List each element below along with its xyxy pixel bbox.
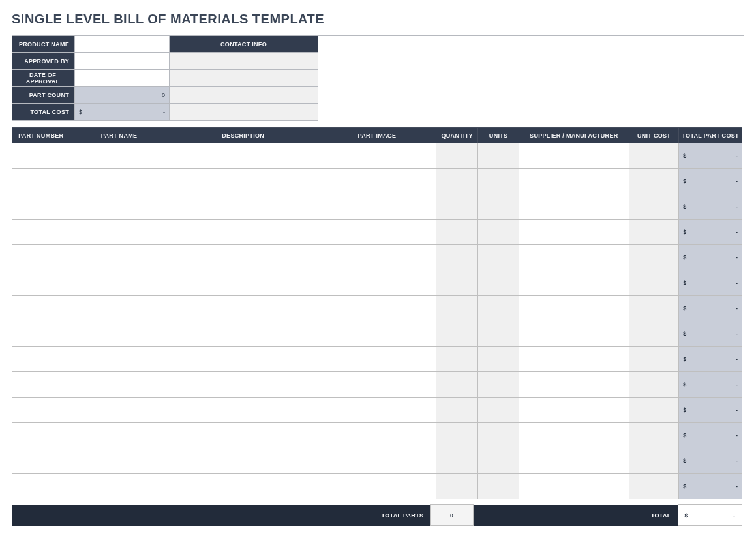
cell-quantity[interactable] [436, 321, 478, 347]
cell-supplier[interactable] [519, 169, 629, 194]
cell-supplier[interactable] [519, 423, 629, 448]
cell-part-name[interactable] [70, 143, 168, 169]
cell-units[interactable] [478, 398, 519, 423]
cell-supplier[interactable] [519, 474, 629, 499]
cell-quantity[interactable] [436, 296, 478, 321]
cell-part-number[interactable] [12, 423, 70, 448]
cell-part-number[interactable] [12, 398, 70, 423]
cell-quantity[interactable] [436, 220, 478, 245]
cell-units[interactable] [478, 296, 519, 321]
cell-supplier[interactable] [519, 347, 629, 372]
cell-part-number[interactable] [12, 296, 70, 321]
cell-units[interactable] [478, 143, 519, 169]
cell-quantity[interactable] [436, 245, 478, 270]
cell-part-name[interactable] [70, 194, 168, 220]
cell-part-name[interactable] [70, 347, 168, 372]
cell-supplier[interactable] [519, 372, 629, 398]
cell-part-image[interactable] [318, 169, 436, 194]
cell-part-name[interactable] [70, 474, 168, 499]
contact-total[interactable] [170, 104, 318, 121]
cell-description[interactable] [168, 347, 318, 372]
cell-part-number[interactable] [12, 194, 70, 220]
cell-unit-cost[interactable] [629, 296, 678, 321]
cell-description[interactable] [168, 169, 318, 194]
cell-quantity[interactable] [436, 169, 478, 194]
cell-units[interactable] [478, 169, 519, 194]
cell-unit-cost[interactable] [629, 321, 678, 347]
cell-description[interactable] [168, 245, 318, 270]
cell-part-name[interactable] [70, 245, 168, 270]
cell-part-number[interactable] [12, 347, 70, 372]
cell-supplier[interactable] [519, 245, 629, 270]
cell-supplier[interactable] [519, 448, 629, 474]
cell-part-name[interactable] [70, 448, 168, 474]
cell-part-image[interactable] [318, 194, 436, 220]
cell-quantity[interactable] [436, 423, 478, 448]
cell-description[interactable] [168, 143, 318, 169]
cell-unit-cost[interactable] [629, 143, 678, 169]
cell-description[interactable] [168, 398, 318, 423]
cell-description[interactable] [168, 423, 318, 448]
contact-date[interactable] [170, 70, 318, 87]
contact-count[interactable] [170, 87, 318, 104]
cell-units[interactable] [478, 448, 519, 474]
cell-unit-cost[interactable] [629, 448, 678, 474]
cell-supplier[interactable] [519, 194, 629, 220]
cell-units[interactable] [478, 194, 519, 220]
cell-description[interactable] [168, 474, 318, 499]
cell-part-number[interactable] [12, 321, 70, 347]
cell-quantity[interactable] [436, 347, 478, 372]
cell-part-name[interactable] [70, 220, 168, 245]
contact-approved[interactable] [170, 53, 318, 70]
cell-part-image[interactable] [318, 296, 436, 321]
cell-part-number[interactable] [12, 220, 70, 245]
cell-quantity[interactable] [436, 270, 478, 296]
cell-supplier[interactable] [519, 220, 629, 245]
cell-unit-cost[interactable] [629, 372, 678, 398]
cell-part-number[interactable] [12, 169, 70, 194]
date-of-approval-value[interactable] [75, 70, 170, 87]
cell-unit-cost[interactable] [629, 347, 678, 372]
cell-part-number[interactable] [12, 270, 70, 296]
cell-part-number[interactable] [12, 448, 70, 474]
cell-description[interactable] [168, 448, 318, 474]
cell-description[interactable] [168, 194, 318, 220]
cell-part-name[interactable] [70, 372, 168, 398]
cell-part-image[interactable] [318, 398, 436, 423]
cell-part-image[interactable] [318, 270, 436, 296]
cell-part-name[interactable] [70, 296, 168, 321]
cell-part-name[interactable] [70, 321, 168, 347]
cell-description[interactable] [168, 372, 318, 398]
cell-units[interactable] [478, 321, 519, 347]
cell-quantity[interactable] [436, 448, 478, 474]
cell-supplier[interactable] [519, 270, 629, 296]
cell-supplier[interactable] [519, 296, 629, 321]
cell-part-image[interactable] [318, 321, 436, 347]
cell-part-name[interactable] [70, 423, 168, 448]
cell-part-name[interactable] [70, 270, 168, 296]
cell-unit-cost[interactable] [629, 220, 678, 245]
cell-quantity[interactable] [436, 398, 478, 423]
cell-units[interactable] [478, 423, 519, 448]
cell-supplier[interactable] [519, 398, 629, 423]
cell-unit-cost[interactable] [629, 474, 678, 499]
cell-part-image[interactable] [318, 372, 436, 398]
cell-description[interactable] [168, 321, 318, 347]
cell-description[interactable] [168, 270, 318, 296]
cell-part-image[interactable] [318, 245, 436, 270]
cell-unit-cost[interactable] [629, 423, 678, 448]
cell-part-image[interactable] [318, 474, 436, 499]
cell-supplier[interactable] [519, 321, 629, 347]
cell-part-image[interactable] [318, 143, 436, 169]
cell-units[interactable] [478, 372, 519, 398]
cell-quantity[interactable] [436, 143, 478, 169]
cell-units[interactable] [478, 474, 519, 499]
cell-part-name[interactable] [70, 398, 168, 423]
cell-part-image[interactable] [318, 423, 436, 448]
cell-unit-cost[interactable] [629, 169, 678, 194]
cell-unit-cost[interactable] [629, 194, 678, 220]
cell-description[interactable] [168, 296, 318, 321]
cell-units[interactable] [478, 347, 519, 372]
cell-part-number[interactable] [12, 143, 70, 169]
cell-unit-cost[interactable] [629, 270, 678, 296]
